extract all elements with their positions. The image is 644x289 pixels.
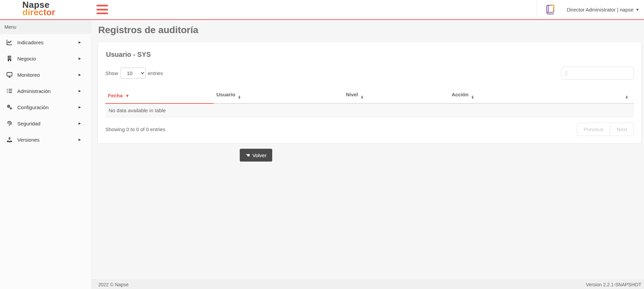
building-icon: [6, 55, 13, 62]
audit-table: Fecha▼ Usuario▲▼ Nivel▲▼ Acción▲▼ ▲▼: [105, 88, 634, 117]
chevron-right-icon: ▶: [79, 73, 81, 76]
sidebar-item-label: Indicadores: [17, 40, 44, 45]
table-footer: Showing 0 to 0 of 0 entries Previous Nex…: [105, 123, 634, 136]
sidebar-item-seguridad[interactable]: Seguridad ▶: [0, 115, 91, 131]
column-header-nivel[interactable]: Nivel▲▼: [343, 88, 449, 103]
column-header-extra[interactable]: ▲▼: [607, 88, 634, 103]
copyright-text: 2022 © Napse: [98, 282, 129, 287]
sidebar-item-monitoreo[interactable]: Monitoreo ▶: [0, 67, 91, 83]
show-label: Show: [105, 70, 118, 76]
column-label: Fecha: [108, 93, 123, 98]
volver-row: ☚ Volver: [98, 149, 642, 162]
column-header-accion[interactable]: Acción▲▼: [449, 88, 607, 103]
previous-button[interactable]: Previous: [577, 123, 610, 136]
sidebar-item-label: Administración: [17, 88, 50, 94]
upload-icon: [6, 137, 13, 143]
book-icon: [544, 4, 556, 16]
sort-icon: ▲▼: [361, 95, 363, 99]
chevron-down-icon: ▼: [636, 8, 639, 11]
gears-icon: [6, 104, 13, 110]
chevron-right-icon: ▶: [79, 138, 81, 141]
card-title: Usuario - SYS: [106, 51, 634, 58]
table-empty-row: No data available in table: [105, 103, 634, 117]
sort-icon: ▲▼: [238, 95, 240, 99]
column-label: Nivel: [346, 92, 358, 97]
user-dropdown-label: Director Administrator | napse: [567, 7, 634, 13]
monitor-icon: [6, 72, 13, 78]
entries-label: entries: [148, 70, 163, 76]
sidebar-item-negocio[interactable]: Negocio ▶: [0, 50, 91, 67]
page-footer: 2022 © Napse Version 2.2.1-SNAPSHOT: [91, 280, 644, 289]
next-button[interactable]: Next: [610, 123, 634, 136]
app-window: Napse director Director Administrator | …: [0, 0, 644, 289]
napse-director-logo: Napse director: [22, 1, 55, 17]
chevron-right-icon: ▶: [79, 89, 81, 93]
version-text: Version 2.2.1-SNAPSHOT: [586, 282, 641, 287]
sidebar-item-administracion[interactable]: Administración ▶: [0, 83, 91, 99]
chevron-right-icon: ▶: [79, 122, 81, 125]
table-controls: Show 10 entries: [105, 67, 634, 79]
column-header-usuario[interactable]: Usuario▲▼: [214, 88, 343, 103]
sidebar-item-label: Negocio: [17, 56, 36, 62]
empty-message: No data available in table: [105, 103, 634, 117]
sort-desc-icon: ▼: [126, 94, 129, 98]
audit-card: Usuario - SYS Show 10 entries Fecha▼: [98, 42, 642, 144]
pagination: Previous Next: [577, 123, 634, 136]
chevron-right-icon: ▶: [79, 57, 81, 60]
table-info: Showing 0 to 0 of 0 entries: [105, 126, 166, 132]
sort-icon: ▲▼: [472, 95, 474, 99]
chevron-right-icon: ▶: [79, 105, 81, 109]
list-icon: [6, 88, 13, 94]
sidebar-item-label: Monitoreo: [17, 72, 40, 78]
chevron-right-icon: ▶: [79, 41, 81, 44]
audit-book-icon[interactable]: [536, 0, 564, 19]
sidebar-item-label: Versiones: [17, 137, 40, 143]
fingerprint-icon: [6, 120, 13, 126]
sidebar-item-label: Configuración: [17, 104, 49, 110]
sort-icon: ▲▼: [626, 95, 628, 99]
sidebar: Menu Indicadores ▶ Negocio ▶ Monitoreo ▶: [0, 20, 91, 289]
column-label: Usuario: [216, 92, 235, 97]
logo-text-director: director: [22, 8, 55, 17]
header-right-area: Director Administrator | napse ▼: [536, 0, 644, 19]
volver-label: Volver: [252, 152, 266, 158]
sidebar-item-label: Seguridad: [17, 121, 40, 126]
page-title: Registros de auditoría: [98, 25, 642, 35]
search-input[interactable]: [561, 67, 634, 79]
chart-line-icon: [6, 39, 13, 45]
hamburger-menu-icon[interactable]: [96, 5, 108, 14]
volver-button[interactable]: ☚ Volver: [240, 149, 272, 162]
column-header-fecha[interactable]: Fecha▼: [105, 88, 214, 103]
top-header: Napse director Director Administrator | …: [0, 0, 644, 20]
sidebar-item-versiones[interactable]: Versiones ▶: [0, 131, 91, 148]
table-header-row: Fecha▼ Usuario▲▼ Nivel▲▼ Acción▲▼ ▲▼: [105, 88, 634, 103]
page-length-select[interactable]: 10: [121, 68, 146, 79]
column-label: Acción: [452, 92, 469, 97]
user-dropdown[interactable]: Director Administrator | napse ▼: [564, 0, 644, 19]
main-content: Registros de auditoría Usuario - SYS Sho…: [91, 20, 644, 280]
sidebar-item-configuracion[interactable]: Configuración ▶: [0, 99, 91, 115]
sidebar-menu-header: Menu: [0, 20, 91, 34]
sidebar-item-indicadores[interactable]: Indicadores ▶: [0, 34, 91, 50]
hand-point-left-icon: ☚: [245, 152, 250, 158]
